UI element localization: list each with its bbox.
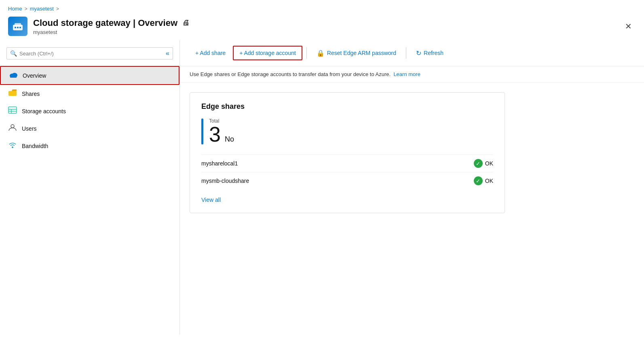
- breadcrumb-home[interactable]: Home: [8, 6, 22, 12]
- page-header: Cloud storage gateway | Overview 🖨 myase…: [0, 14, 644, 40]
- lock-icon: 🔒: [317, 49, 325, 57]
- add-storage-account-button[interactable]: + Add storage account: [233, 46, 302, 60]
- breadcrumb-resource[interactable]: myasetest: [30, 6, 54, 12]
- svg-point-3: [17, 27, 19, 28]
- svg-point-14: [12, 146, 13, 148]
- header-left: Cloud storage gateway | Overview 🖨 myase…: [8, 17, 190, 36]
- description-bar: Use Edge shares or Edge storage accounts…: [180, 66, 644, 83]
- share-status: ✓ OK: [474, 159, 493, 168]
- content-area: + Add share + Add storage account 🔒 Rese…: [180, 40, 644, 335]
- share-row: mysharelocal1 ✓ OK: [201, 155, 493, 172]
- share-list: mysharelocal1 ✓ OK mysmb-cloudshare ✓ OK: [201, 155, 493, 189]
- nav-label-shares: Shares: [22, 91, 40, 97]
- add-share-button[interactable]: + Add share: [190, 47, 231, 59]
- refresh-icon: ↻: [416, 49, 421, 57]
- search-icon: 🔍: [10, 50, 17, 57]
- header-title-block: Cloud storage gateway | Overview 🖨 myase…: [33, 18, 190, 35]
- users-nav-icon: [8, 124, 17, 133]
- toolbar-separator: [306, 47, 307, 59]
- ok-icon: ✓: [474, 159, 483, 168]
- reset-arm-password-button[interactable]: 🔒 Reset Edge ARM password: [311, 46, 402, 60]
- nav-label-storage-accounts: Storage accounts: [22, 108, 66, 114]
- total-count: 3: [209, 124, 221, 145]
- description-text: Use Edge shares or Edge storage accounts…: [190, 71, 391, 77]
- breadcrumb-sep1: >: [25, 6, 27, 12]
- sidebar-item-shares[interactable]: Shares: [0, 85, 179, 102]
- storage-accounts-nav-icon: [8, 106, 17, 116]
- close-button[interactable]: ✕: [621, 20, 636, 33]
- card-title: Edge shares: [201, 102, 493, 111]
- sidebar-item-users[interactable]: Users: [0, 120, 179, 137]
- share-name: mysmb-cloudshare: [201, 178, 249, 184]
- svg-point-4: [19, 27, 21, 28]
- toolbar-separator-2: [406, 47, 406, 59]
- page-wrapper: Home > myasetest > Cloud storage gateway…: [0, 0, 644, 339]
- main-layout: 🔍 « OverviewSharesStorage accountsUsersB…: [0, 40, 644, 335]
- nav-label-bandwidth: Bandwidth: [22, 143, 48, 149]
- refresh-button[interactable]: ↻ Refresh: [410, 46, 449, 60]
- page-title: Cloud storage gateway | Overview 🖨: [33, 18, 190, 28]
- learn-more-link[interactable]: Learn more: [393, 71, 420, 77]
- sidebar-item-storage-accounts[interactable]: Storage accounts: [0, 102, 179, 120]
- nav-container: OverviewSharesStorage accountsUsersBandw…: [0, 66, 179, 155]
- share-status: ✓ OK: [474, 176, 493, 185]
- view-all-link[interactable]: View all: [201, 197, 221, 203]
- overview-nav-icon: [9, 71, 18, 80]
- print-icon[interactable]: 🖨: [182, 19, 190, 27]
- status-text: OK: [485, 178, 493, 184]
- total-count-block: Total 3 No: [209, 118, 234, 145]
- svg-point-13: [11, 125, 14, 128]
- search-box[interactable]: 🔍 «: [6, 47, 173, 59]
- nav-label-overview: Overview: [23, 72, 46, 79]
- edge-shares-card: Edge shares Total 3 No mysharelocal1: [190, 92, 505, 213]
- sidebar: 🔍 « OverviewSharesStorage accountsUsersB…: [0, 40, 180, 335]
- ok-icon: ✓: [474, 176, 483, 185]
- svg-point-2: [15, 27, 16, 28]
- share-row: mysmb-cloudshare ✓ OK: [201, 172, 493, 189]
- svg-rect-1: [15, 23, 21, 27]
- card-area: Edge shares Total 3 No mysharelocal1: [180, 83, 644, 223]
- svg-rect-7: [10, 75, 17, 78]
- collapse-button[interactable]: «: [166, 50, 169, 57]
- app-icon: [8, 17, 27, 36]
- total-bar-indicator: [201, 119, 203, 144]
- sidebar-item-bandwidth[interactable]: Bandwidth: [0, 137, 179, 155]
- bandwidth-nav-icon: [8, 141, 17, 150]
- total-suffix: No: [225, 135, 234, 144]
- share-name: mysharelocal1: [201, 160, 238, 167]
- nav-label-users: Users: [22, 125, 37, 132]
- total-row: Total 3 No: [201, 118, 493, 145]
- toolbar: + Add share + Add storage account 🔒 Rese…: [180, 40, 644, 66]
- svg-rect-8: [8, 91, 17, 96]
- status-text: OK: [485, 160, 493, 167]
- search-input[interactable]: [19, 51, 163, 57]
- svg-rect-9: [8, 107, 17, 113]
- sidebar-item-overview[interactable]: Overview: [0, 66, 179, 85]
- page-subtitle: myasetest: [33, 29, 190, 35]
- breadcrumb: Home > myasetest >: [0, 0, 644, 14]
- shares-nav-icon: [8, 89, 17, 98]
- breadcrumb-sep2: >: [56, 6, 59, 12]
